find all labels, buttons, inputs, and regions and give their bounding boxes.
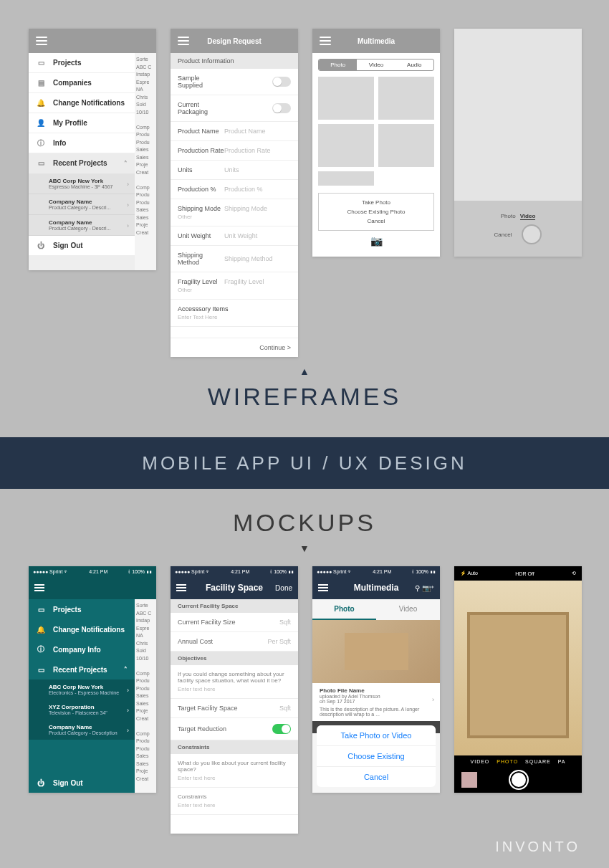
action-choose-existing[interactable]: Choose Existing Photo xyxy=(319,207,433,216)
label: Company Info xyxy=(53,646,101,654)
sidebar-item-projects[interactable]: ▭Projects xyxy=(29,599,135,619)
tab-audio[interactable]: Audio xyxy=(395,59,433,70)
toggle[interactable] xyxy=(272,77,291,87)
action-cancel[interactable]: Cancel xyxy=(319,216,433,226)
field-unit-weight[interactable]: Unit WeightUnit Weight xyxy=(171,226,298,246)
done-button[interactable]: Done xyxy=(275,584,292,592)
recent-item[interactable]: Company NameProduct Category - Descri...… xyxy=(29,215,135,236)
field-facility-size[interactable]: Current Facility SizeSqft xyxy=(171,613,298,632)
field-fragility[interactable]: Fragility LevelFragility LevelOther xyxy=(171,272,298,300)
field-units[interactable]: UnitsUnits xyxy=(171,161,298,180)
field-shipping-method[interactable]: Shipping MethodShipping Method xyxy=(171,246,298,272)
field-annual-cost[interactable]: Annual CostPer Sqft xyxy=(171,632,298,652)
thumbnail[interactable] xyxy=(318,124,374,167)
cancel-button[interactable]: Cancel xyxy=(494,232,512,238)
top-bar xyxy=(29,29,156,53)
field-product-name[interactable]: Product NameProduct Name xyxy=(171,122,298,141)
tab-video[interactable]: Video xyxy=(357,59,395,70)
action-take-photo[interactable]: Take Photo xyxy=(319,198,433,207)
toggle[interactable] xyxy=(272,103,291,113)
label: Target Reduction xyxy=(178,725,226,733)
field-target-space[interactable]: Target Facility SpaceSqft xyxy=(171,699,298,718)
label: Change Notifications xyxy=(53,626,125,634)
chevron-right-icon: › xyxy=(127,687,129,694)
thumbnail[interactable] xyxy=(378,124,434,167)
filters-icon[interactable] xyxy=(560,773,575,787)
time: 4:21 PM xyxy=(373,569,391,574)
label: Unit Weight xyxy=(178,232,224,239)
placeholder: Sqft xyxy=(279,705,291,712)
recent-item[interactable]: ABC Corp New YorkEspresso Machine - 3F 4… xyxy=(29,173,135,194)
sidebar-item-notifications[interactable]: 🔔Change Notifications xyxy=(29,93,135,113)
sidebar-item-signout[interactable]: ⏻Sign Out xyxy=(29,773,135,793)
mode-video[interactable]: VIDEO xyxy=(471,759,490,764)
desc: Espresso Machine - 3F 4567 xyxy=(49,184,128,189)
sidebar-item-info[interactable]: ⓘInfo xyxy=(29,133,135,153)
action-take-photo-video[interactable]: Take Photo or Video xyxy=(317,725,436,746)
sidebar-item-profile[interactable]: 👤My Profile xyxy=(29,113,135,133)
constraints-field[interactable]: ConstraintsEnter text here xyxy=(171,788,298,815)
sidebar-item-projects[interactable]: ▭Projects xyxy=(29,53,135,73)
last-photo-thumbnail[interactable] xyxy=(461,772,477,788)
hamburger-icon[interactable] xyxy=(178,37,189,45)
field-shipping-mode[interactable]: Shipping ModeShipping ModeOther xyxy=(171,199,298,226)
media-meta: Photo File Name uploaded by Adel Thomson… xyxy=(312,683,440,721)
label: Current Packaging xyxy=(178,101,224,115)
flash-mode[interactable]: ⚡ Auto xyxy=(460,571,478,576)
thumbnail[interactable] xyxy=(318,77,374,120)
wireframe-sidebar-screen: Sorte ABC C Instap Espre NA Chris Sold 1… xyxy=(29,29,156,270)
field-accessory[interactable]: Accesssory ItemsEnter Text Here xyxy=(171,300,298,327)
placeholder: Production Rate xyxy=(224,147,271,154)
hamburger-icon[interactable] xyxy=(36,37,47,45)
hamburger-icon[interactable] xyxy=(34,584,44,591)
sidebar-item-recent[interactable]: ▭Recent Projects˄ xyxy=(29,153,135,173)
recent-item[interactable]: Company NameProduct Category - Descripti… xyxy=(29,720,135,740)
continue-button[interactable]: Continue > xyxy=(171,338,298,357)
label: Sign Out xyxy=(53,242,83,249)
section-header: Objectives xyxy=(171,652,298,665)
hamburger-icon[interactable] xyxy=(320,37,331,45)
flip-camera-icon[interactable]: ⟲ xyxy=(572,571,576,576)
field-production-pct[interactable]: Production %Production % xyxy=(171,180,298,199)
recent-item[interactable]: XYZ CorporationTelevision - Flatscreen 3… xyxy=(29,700,135,720)
mode-photo[interactable]: Photo xyxy=(501,213,516,220)
sidebar-item-signout[interactable]: ⏻Sign Out xyxy=(29,236,135,256)
sidebar-item-companies[interactable]: ▤Companies xyxy=(29,73,135,93)
objectives-question[interactable]: If you could change something about your… xyxy=(171,665,298,699)
recent-item[interactable]: ABC Corp New YorkElectronics - Espresso … xyxy=(29,679,135,700)
label: Product Name xyxy=(178,128,224,135)
shutter-button[interactable] xyxy=(522,224,542,244)
recent-item[interactable]: Company NameProduct Category - Descri...… xyxy=(29,194,135,215)
action-cancel[interactable]: Cancel xyxy=(317,767,436,787)
label: Sample Supplied xyxy=(178,75,224,89)
field-production-rate[interactable]: Production RateProduction Rate xyxy=(171,141,298,161)
mode-pano[interactable]: PA xyxy=(558,759,566,764)
toggle-on[interactable] xyxy=(272,724,291,734)
thumbnail[interactable] xyxy=(378,77,434,120)
carrier: ●●●●● Sprint ᯤ xyxy=(317,569,353,574)
sub-value: Other xyxy=(178,287,192,293)
tab-photo[interactable]: Photo xyxy=(312,599,376,620)
action-choose-existing[interactable]: Choose Existing xyxy=(317,746,436,767)
sidebar-item-notifications[interactable]: 🔔Change Notifications xyxy=(29,619,135,639)
constraints-question[interactable]: What do you like about your current faci… xyxy=(171,754,298,788)
placeholder: Fragility Level xyxy=(224,278,264,285)
sidebar-item-recent[interactable]: ▭Recent Projects˄ xyxy=(29,659,135,679)
desc: Electronics - Espresso Machine xyxy=(49,690,128,695)
tab-video[interactable]: Video xyxy=(376,599,440,620)
shutter-button[interactable] xyxy=(509,770,529,790)
battery: ᚼ 100% ▮▮ xyxy=(269,569,294,574)
hamburger-icon[interactable] xyxy=(176,584,186,591)
camera-icon[interactable]: 📷 xyxy=(312,235,440,247)
mode-video[interactable]: Video xyxy=(520,213,536,220)
media-card[interactable]: Photo File Name uploaded by Adel Thomson… xyxy=(312,620,440,721)
hdr-mode[interactable]: HDR Off xyxy=(515,571,534,576)
hamburger-icon[interactable] xyxy=(318,584,328,591)
sidebar-item-company-info[interactable]: ⓘCompany Info xyxy=(29,639,135,659)
tab-photo[interactable]: Photo xyxy=(319,59,357,70)
mode-photo[interactable]: PHOTO xyxy=(497,759,518,764)
thumbnail[interactable] xyxy=(318,171,374,186)
toolbar-icons[interactable]: ⚲ 📷⁺ xyxy=(415,584,434,592)
field-target-reduction: Target Reduction xyxy=(171,718,298,740)
mode-square[interactable]: SQUARE xyxy=(525,759,551,764)
